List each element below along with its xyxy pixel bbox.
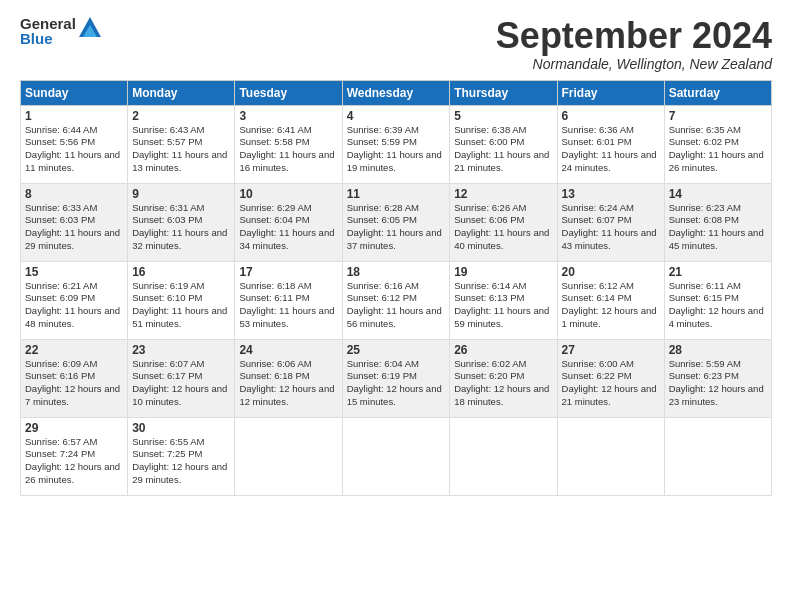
day-info: Sunrise: 6:38 AM Sunset: 6:00 PM Dayligh…: [454, 124, 552, 175]
day-info: Sunrise: 6:26 AM Sunset: 6:06 PM Dayligh…: [454, 202, 552, 253]
calendar-cell: [235, 417, 342, 495]
header: General Blue September 2024 Normandale, …: [20, 16, 772, 72]
calendar-cell: 5 Sunrise: 6:38 AM Sunset: 6:00 PM Dayli…: [450, 105, 557, 183]
calendar-row: 29 Sunrise: 6:57 AM Sunset: 7:24 PM Dayl…: [21, 417, 772, 495]
calendar-cell: 8 Sunrise: 6:33 AM Sunset: 6:03 PM Dayli…: [21, 183, 128, 261]
col-friday: Friday: [557, 80, 664, 105]
day-number: 22: [25, 343, 123, 357]
day-number: 6: [562, 109, 660, 123]
calendar-cell: [450, 417, 557, 495]
page: General Blue September 2024 Normandale, …: [0, 0, 792, 612]
calendar-cell: [342, 417, 450, 495]
day-info: Sunrise: 6:44 AM Sunset: 5:56 PM Dayligh…: [25, 124, 123, 175]
day-number: 1: [25, 109, 123, 123]
day-info: Sunrise: 6:04 AM Sunset: 6:19 PM Dayligh…: [347, 358, 446, 409]
title-block: September 2024 Normandale, Wellington, N…: [496, 16, 772, 72]
day-info: Sunrise: 5:59 AM Sunset: 6:23 PM Dayligh…: [669, 358, 767, 409]
calendar-cell: 4 Sunrise: 6:39 AM Sunset: 5:59 PM Dayli…: [342, 105, 450, 183]
day-number: 3: [239, 109, 337, 123]
calendar-cell: 27 Sunrise: 6:00 AM Sunset: 6:22 PM Dayl…: [557, 339, 664, 417]
day-info: Sunrise: 6:57 AM Sunset: 7:24 PM Dayligh…: [25, 436, 123, 487]
calendar-header-row: Sunday Monday Tuesday Wednesday Thursday…: [21, 80, 772, 105]
day-info: Sunrise: 6:00 AM Sunset: 6:22 PM Dayligh…: [562, 358, 660, 409]
calendar-cell: 2 Sunrise: 6:43 AM Sunset: 5:57 PM Dayli…: [128, 105, 235, 183]
calendar-cell: 9 Sunrise: 6:31 AM Sunset: 6:03 PM Dayli…: [128, 183, 235, 261]
calendar-cell: 23 Sunrise: 6:07 AM Sunset: 6:17 PM Dayl…: [128, 339, 235, 417]
day-number: 9: [132, 187, 230, 201]
day-number: 5: [454, 109, 552, 123]
day-info: Sunrise: 6:55 AM Sunset: 7:25 PM Dayligh…: [132, 436, 230, 487]
day-info: Sunrise: 6:11 AM Sunset: 6:15 PM Dayligh…: [669, 280, 767, 331]
day-info: Sunrise: 6:14 AM Sunset: 6:13 PM Dayligh…: [454, 280, 552, 331]
day-number: 21: [669, 265, 767, 279]
day-info: Sunrise: 6:02 AM Sunset: 6:20 PM Dayligh…: [454, 358, 552, 409]
day-number: 7: [669, 109, 767, 123]
calendar-row: 22 Sunrise: 6:09 AM Sunset: 6:16 PM Dayl…: [21, 339, 772, 417]
day-number: 10: [239, 187, 337, 201]
calendar-row: 8 Sunrise: 6:33 AM Sunset: 6:03 PM Dayli…: [21, 183, 772, 261]
day-info: Sunrise: 6:41 AM Sunset: 5:58 PM Dayligh…: [239, 124, 337, 175]
day-number: 11: [347, 187, 446, 201]
day-number: 18: [347, 265, 446, 279]
calendar-cell: 14 Sunrise: 6:23 AM Sunset: 6:08 PM Dayl…: [664, 183, 771, 261]
day-info: Sunrise: 6:33 AM Sunset: 6:03 PM Dayligh…: [25, 202, 123, 253]
day-info: Sunrise: 6:43 AM Sunset: 5:57 PM Dayligh…: [132, 124, 230, 175]
calendar-cell: 12 Sunrise: 6:26 AM Sunset: 6:06 PM Dayl…: [450, 183, 557, 261]
logo-general: General: [20, 16, 76, 31]
calendar-table: Sunday Monday Tuesday Wednesday Thursday…: [20, 80, 772, 496]
day-number: 8: [25, 187, 123, 201]
calendar-cell: 28 Sunrise: 5:59 AM Sunset: 6:23 PM Dayl…: [664, 339, 771, 417]
calendar-cell: 26 Sunrise: 6:02 AM Sunset: 6:20 PM Dayl…: [450, 339, 557, 417]
calendar-cell: [664, 417, 771, 495]
day-info: Sunrise: 6:35 AM Sunset: 6:02 PM Dayligh…: [669, 124, 767, 175]
day-info: Sunrise: 6:12 AM Sunset: 6:14 PM Dayligh…: [562, 280, 660, 331]
day-number: 20: [562, 265, 660, 279]
calendar-cell: 22 Sunrise: 6:09 AM Sunset: 6:16 PM Dayl…: [21, 339, 128, 417]
day-info: Sunrise: 6:21 AM Sunset: 6:09 PM Dayligh…: [25, 280, 123, 331]
col-tuesday: Tuesday: [235, 80, 342, 105]
col-thursday: Thursday: [450, 80, 557, 105]
day-number: 13: [562, 187, 660, 201]
day-number: 28: [669, 343, 767, 357]
calendar-cell: 17 Sunrise: 6:18 AM Sunset: 6:11 PM Dayl…: [235, 261, 342, 339]
location: Normandale, Wellington, New Zealand: [496, 56, 772, 72]
calendar-cell: 15 Sunrise: 6:21 AM Sunset: 6:09 PM Dayl…: [21, 261, 128, 339]
day-info: Sunrise: 6:31 AM Sunset: 6:03 PM Dayligh…: [132, 202, 230, 253]
day-info: Sunrise: 6:18 AM Sunset: 6:11 PM Dayligh…: [239, 280, 337, 331]
calendar-cell: 1 Sunrise: 6:44 AM Sunset: 5:56 PM Dayli…: [21, 105, 128, 183]
day-info: Sunrise: 6:28 AM Sunset: 6:05 PM Dayligh…: [347, 202, 446, 253]
calendar-cell: 20 Sunrise: 6:12 AM Sunset: 6:14 PM Dayl…: [557, 261, 664, 339]
calendar-cell: 10 Sunrise: 6:29 AM Sunset: 6:04 PM Dayl…: [235, 183, 342, 261]
calendar-cell: 7 Sunrise: 6:35 AM Sunset: 6:02 PM Dayli…: [664, 105, 771, 183]
logo-blue: Blue: [20, 31, 76, 46]
calendar-cell: 3 Sunrise: 6:41 AM Sunset: 5:58 PM Dayli…: [235, 105, 342, 183]
day-info: Sunrise: 6:36 AM Sunset: 6:01 PM Dayligh…: [562, 124, 660, 175]
day-number: 15: [25, 265, 123, 279]
day-number: 26: [454, 343, 552, 357]
day-number: 12: [454, 187, 552, 201]
day-number: 27: [562, 343, 660, 357]
calendar-cell: 18 Sunrise: 6:16 AM Sunset: 6:12 PM Dayl…: [342, 261, 450, 339]
day-number: 4: [347, 109, 446, 123]
day-number: 24: [239, 343, 337, 357]
calendar-cell: 29 Sunrise: 6:57 AM Sunset: 7:24 PM Dayl…: [21, 417, 128, 495]
day-info: Sunrise: 6:09 AM Sunset: 6:16 PM Dayligh…: [25, 358, 123, 409]
day-number: 17: [239, 265, 337, 279]
day-number: 16: [132, 265, 230, 279]
day-number: 23: [132, 343, 230, 357]
day-info: Sunrise: 6:39 AM Sunset: 5:59 PM Dayligh…: [347, 124, 446, 175]
calendar-cell: 25 Sunrise: 6:04 AM Sunset: 6:19 PM Dayl…: [342, 339, 450, 417]
col-sunday: Sunday: [21, 80, 128, 105]
col-saturday: Saturday: [664, 80, 771, 105]
day-number: 19: [454, 265, 552, 279]
col-monday: Monday: [128, 80, 235, 105]
calendar-cell: 13 Sunrise: 6:24 AM Sunset: 6:07 PM Dayl…: [557, 183, 664, 261]
day-number: 14: [669, 187, 767, 201]
calendar-cell: 11 Sunrise: 6:28 AM Sunset: 6:05 PM Dayl…: [342, 183, 450, 261]
day-number: 30: [132, 421, 230, 435]
day-info: Sunrise: 6:24 AM Sunset: 6:07 PM Dayligh…: [562, 202, 660, 253]
day-info: Sunrise: 6:07 AM Sunset: 6:17 PM Dayligh…: [132, 358, 230, 409]
calendar-cell: 16 Sunrise: 6:19 AM Sunset: 6:10 PM Dayl…: [128, 261, 235, 339]
col-wednesday: Wednesday: [342, 80, 450, 105]
calendar-row: 1 Sunrise: 6:44 AM Sunset: 5:56 PM Dayli…: [21, 105, 772, 183]
